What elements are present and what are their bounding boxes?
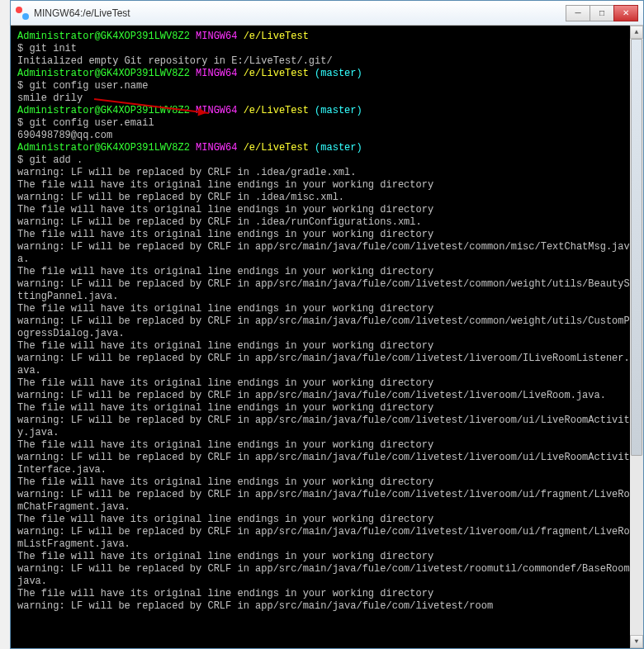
prompt-shell: MINGW64 (196, 142, 237, 154)
scroll-down-button[interactable]: ▼ (630, 635, 643, 648)
scrollbar-track[interactable] (630, 39, 643, 635)
prompt-line: Administrator@GK4XOP391LWV8Z2 MINGW64 /e… (17, 105, 637, 117)
output-line: warning: LF will be replaced by CRLF in … (17, 526, 637, 551)
close-button[interactable]: ✕ (613, 5, 638, 21)
prompt-user: Administrator@GK4XOP391LWV8Z2 (17, 68, 190, 79)
output-line: The file will have its original line end… (17, 179, 637, 192)
scrollbar-thumb[interactable] (631, 39, 642, 456)
command-line: $ git add . (17, 154, 637, 167)
output-line: warning: LF will be replaced by CRLF in … (17, 600, 637, 613)
output-line: warning: LF will be replaced by CRLF in … (17, 278, 637, 303)
prompt-path: /e/LiveTest (244, 105, 309, 116)
output-line: warning: LF will be replaced by CRLF in … (17, 315, 637, 340)
output-line: warning: LF will be replaced by CRLF in … (17, 415, 637, 439)
output-line: warning: LF will be replaced by CRLF in … (17, 563, 637, 588)
maximize-button[interactable]: □ (590, 5, 614, 21)
prompt-line: Administrator@GK4XOP391LWV8Z2 MINGW64 /e… (17, 31, 637, 43)
output-line: warning: LF will be replaced by CRLF in … (17, 192, 637, 204)
command-line: $ git config user.name (17, 80, 637, 92)
prompt-branch: (master) (315, 68, 362, 79)
prompt-shell: MINGW64 (196, 31, 237, 42)
output-line: The file will have its original line end… (17, 402, 637, 415)
prompt-user: Administrator@GK4XOP391LWV8Z2 (17, 105, 190, 116)
output-line: 690498789@qq.com (17, 130, 637, 142)
prompt-branch: (master) (315, 105, 362, 116)
output-line: The file will have its original line end… (17, 588, 637, 600)
output-line: warning: LF will be replaced by CRLF in … (17, 489, 637, 514)
prompt-path: /e/LiveTest (244, 68, 309, 79)
output-line: The file will have its original line end… (17, 340, 637, 353)
prompt-shell: MINGW64 (196, 68, 237, 79)
titlebar[interactable]: MINGW64:/e/LiveTest ─ □ ✕ (11, 1, 643, 26)
window-title: MINGW64:/e/LiveTest (34, 7, 130, 19)
output-line: The file will have its original line end… (17, 514, 637, 526)
output-line: The file will have its original line end… (17, 204, 637, 216)
prompt-path: /e/LiveTest (244, 142, 309, 154)
output-line: Initialized empty Git repository in E:/L… (17, 55, 637, 68)
output-line: The file will have its original line end… (17, 476, 637, 489)
prompt-user: Administrator@GK4XOP391LWV8Z2 (17, 31, 190, 42)
output-line: warning: LF will be replaced by CRLF in … (17, 167, 637, 179)
output-line: warning: LF will be replaced by CRLF in … (17, 241, 637, 266)
output-line: warning: LF will be replaced by CRLF in … (17, 216, 637, 229)
prompt-branch: (master) (315, 142, 362, 154)
prompt-path: /e/LiveTest (244, 31, 309, 42)
prompt-shell: MINGW64 (196, 105, 237, 116)
output-line: The file will have its original line end… (17, 377, 637, 390)
app-icon (16, 7, 29, 20)
terminal-window: MINGW64:/e/LiveTest ─ □ ✕ Administrator@… (10, 0, 644, 649)
window-controls: ─ □ ✕ (566, 5, 638, 21)
output-line: warning: LF will be replaced by CRLF in … (17, 390, 637, 402)
prompt-line: Administrator@GK4XOP391LWV8Z2 MINGW64 /e… (17, 142, 637, 154)
output-line: The file will have its original line end… (17, 266, 637, 278)
output-line: warning: LF will be replaced by CRLF in … (17, 353, 637, 377)
prompt-line: Administrator@GK4XOP391LWV8Z2 MINGW64 /e… (17, 68, 637, 80)
scroll-up-button[interactable]: ▲ (630, 26, 643, 39)
output-line: The file will have its original line end… (17, 229, 637, 241)
command-line: $ git init (17, 43, 637, 55)
command-line: $ git config user.email (17, 117, 637, 130)
output-line: smile drily (17, 92, 637, 105)
output-line: The file will have its original line end… (17, 439, 637, 452)
output-line: The file will have its original line end… (17, 303, 637, 315)
output-line: The file will have its original line end… (17, 551, 637, 563)
scrollbar: ▲ ▼ (630, 26, 643, 648)
minimize-button[interactable]: ─ (566, 5, 590, 21)
terminal-body[interactable]: Administrator@GK4XOP391LWV8Z2 MINGW64 /e… (11, 26, 643, 648)
output-line: warning: LF will be replaced by CRLF in … (17, 452, 637, 476)
prompt-user: Administrator@GK4XOP391LWV8Z2 (17, 142, 190, 154)
